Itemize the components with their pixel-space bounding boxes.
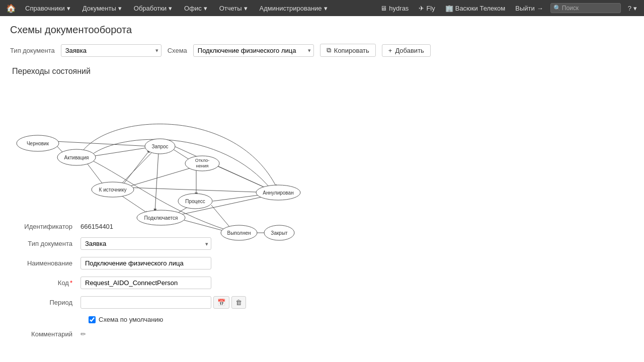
schema-select[interactable]: Подключение физического лица: [193, 44, 314, 57]
period-label: Период: [10, 299, 80, 306]
code-label: Код: [10, 279, 80, 287]
default-schema-label: Схема по умолчанию: [99, 316, 163, 323]
home-button[interactable]: 🏠: [4, 1, 18, 15]
name-label: Наименование: [10, 259, 80, 267]
svg-text:Подключается: Подключается: [144, 215, 178, 221]
toolbar: Тип документа Заявка Схема Подключение ф…: [10, 44, 634, 57]
doc-type-label: Тип документа: [10, 47, 55, 54]
comment-label: Комментарий: [10, 330, 80, 338]
transitions-title: Переходы состояний: [10, 67, 634, 76]
nav-company[interactable]: 🏢 Васюки Телеком: [442, 4, 509, 13]
logout-icon: →: [537, 5, 543, 12]
form-doc-type-select-wrapper: Заявка: [80, 237, 211, 250]
nav-item-otchety[interactable]: Отчеты ▾: [214, 3, 253, 14]
schema-select-wrapper: Подключение физического лица: [193, 44, 314, 57]
search-icon: 🔍: [553, 5, 561, 12]
svg-line-6: [120, 152, 152, 186]
chevron-down-icon: ▾: [633, 5, 637, 12]
code-row: Код: [10, 277, 634, 289]
nav-item-obrabotki[interactable]: Обработки ▾: [129, 3, 177, 14]
id-value: 666154401: [80, 223, 113, 230]
svg-text:Аннулирован: Аннулирован: [263, 190, 293, 196]
default-schema-checkbox-row: Схема по умолчанию: [89, 316, 163, 323]
search-input[interactable]: [550, 3, 621, 13]
chevron-down-icon: ▾: [169, 5, 172, 12]
nav-fly[interactable]: ✈ Fly: [416, 4, 438, 13]
page-content: Схемы документооборота Тип документа Зая…: [0, 16, 644, 353]
svg-text:Выполнен: Выполнен: [227, 230, 251, 236]
help-button[interactable]: ? ▾: [625, 4, 640, 13]
company-icon: 🏢: [445, 5, 453, 12]
schema-label: Схема: [168, 47, 187, 54]
calendar-icon: 📅: [217, 299, 225, 306]
state-diagram: Черновик Активация Запрос Откло- нения К…: [10, 82, 312, 215]
svg-text:Процесс: Процесс: [185, 199, 205, 204]
id-label: Идентификатор: [10, 223, 80, 230]
period-controls: 📅 🗑: [80, 296, 246, 309]
comment-row: Комментарий ✏: [10, 330, 634, 338]
svg-line-11: [121, 150, 150, 188]
nav-item-ofis[interactable]: Офис ▾: [179, 3, 212, 14]
svg-line-1: [54, 141, 150, 146]
svg-text:Черновик: Черновик: [27, 141, 49, 146]
edit-comment-icon[interactable]: ✏: [80, 330, 86, 338]
svg-line-7: [155, 152, 158, 212]
chevron-down-icon: ▾: [67, 5, 70, 12]
add-icon: +: [388, 47, 392, 54]
svg-line-13: [118, 194, 148, 214]
period-input[interactable]: [80, 296, 211, 309]
name-row: Наименование: [10, 257, 634, 269]
nav-right: 🖥 hydras ✈ Fly 🏢 Васюки Телеком Выйти → …: [377, 3, 640, 13]
svg-line-12: [128, 188, 271, 193]
doc-type-select[interactable]: Заявка: [61, 44, 162, 57]
nav-item-administrirovanie[interactable]: Администрирование ▾: [255, 3, 333, 14]
navbar: 🏠 Справочники ▾ Документы ▾ Обработки ▾ …: [0, 0, 644, 16]
copy-icon: ⧉: [327, 46, 331, 54]
copy-button[interactable]: ⧉ Копировать: [320, 44, 376, 57]
form-doc-type-select[interactable]: Заявка: [80, 237, 211, 250]
chevron-down-icon: ▾: [204, 5, 207, 12]
server-icon: 🖥: [380, 5, 387, 12]
trash-icon: 🗑: [235, 299, 242, 306]
svg-text:Закрыт: Закрыт: [271, 230, 288, 236]
form-section: Идентификатор 666154401 Тип документа За…: [10, 223, 634, 338]
fly-icon: ✈: [419, 5, 424, 12]
svg-text:К источнику: К источнику: [99, 187, 127, 193]
svg-text:Активация: Активация: [64, 155, 89, 160]
chevron-down-icon: ▾: [244, 5, 248, 12]
diagram-container: Черновик Активация Запрос Откло- нения К…: [10, 82, 312, 213]
calendar-button[interactable]: 📅: [213, 296, 229, 309]
nav-item-dokumenty[interactable]: Документы ▾: [77, 3, 127, 14]
chevron-down-icon: ▾: [324, 5, 328, 12]
nav-logout[interactable]: Выйти →: [512, 4, 546, 13]
form-doc-type-label: Тип документа: [10, 240, 80, 247]
period-row: Период 📅 🗑: [10, 296, 634, 309]
add-button[interactable]: + Добавить: [382, 44, 431, 57]
id-row: Идентификатор 666154401: [10, 223, 634, 230]
page-title: Схемы документооборота: [10, 24, 634, 36]
default-schema-row: Схема по умолчанию: [10, 316, 634, 323]
svg-text:нения: нения: [196, 163, 209, 168]
clear-period-button[interactable]: 🗑: [231, 296, 246, 309]
code-input[interactable]: [80, 277, 211, 289]
doc-type-select-wrapper: Заявка: [61, 44, 162, 57]
search-container: 🔍: [550, 3, 621, 13]
svg-line-3: [86, 161, 105, 187]
chevron-down-icon: ▾: [118, 5, 122, 12]
svg-line-2: [92, 147, 150, 156]
name-input[interactable]: [80, 257, 211, 269]
svg-text:Откло-: Откло-: [195, 158, 210, 163]
svg-text:Запрос: Запрос: [151, 144, 168, 149]
nav-hydras[interactable]: 🖥 hydras: [377, 4, 412, 13]
form-doc-type-row: Тип документа Заявка: [10, 237, 634, 250]
default-schema-checkbox[interactable]: [89, 316, 96, 323]
svg-line-8: [212, 164, 272, 191]
nav-item-spravochniki[interactable]: Справочники ▾: [20, 3, 75, 14]
